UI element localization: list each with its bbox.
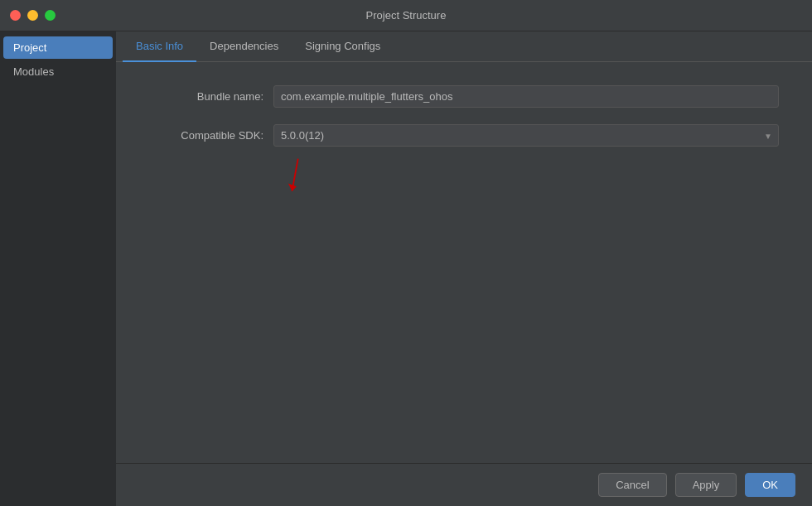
title-bar: Project Structure <box>0 0 812 31</box>
bottom-bar: Cancel Apply OK <box>116 463 812 506</box>
compatible-sdk-select[interactable]: 5.0.0(12) 4.0.0(10) 3.0.0(8) <box>273 124 779 147</box>
right-panel: Basic Info Dependencies Signing Configs … <box>116 31 812 506</box>
sidebar: Project Modules <box>0 31 116 506</box>
compatible-sdk-select-wrapper: 5.0.0(12) 4.0.0(10) 3.0.0(8) ▼ <box>273 124 779 147</box>
svg-marker-1 <box>288 184 297 191</box>
arrow-annotation <box>283 155 779 199</box>
ok-button[interactable]: OK <box>745 473 795 497</box>
red-arrow-icon <box>283 155 308 196</box>
minimize-button[interactable] <box>27 10 38 21</box>
tabs: Basic Info Dependencies Signing Configs <box>116 31 812 62</box>
content-area: Bundle name: Compatible SDK: 5.0.0(12) 4… <box>116 62 812 463</box>
compatible-sdk-row: Compatible SDK: 5.0.0(12) 4.0.0(10) 3.0.… <box>149 124 779 147</box>
window-title: Project Structure <box>366 9 447 22</box>
tab-signing-configs[interactable]: Signing Configs <box>292 31 394 62</box>
sidebar-item-label-modules: Modules <box>13 65 54 78</box>
sidebar-item-modules[interactable]: Modules <box>3 60 113 83</box>
apply-button[interactable]: Apply <box>675 473 737 497</box>
bundle-name-row: Bundle name: <box>149 85 779 108</box>
maximize-button[interactable] <box>45 10 56 21</box>
bundle-name-label: Bundle name: <box>149 90 273 103</box>
bundle-name-input[interactable] <box>273 85 779 108</box>
traffic-buttons <box>10 10 56 21</box>
tab-dependencies[interactable]: Dependencies <box>196 31 292 62</box>
sidebar-item-project[interactable]: Project <box>3 36 113 59</box>
tab-basic-info[interactable]: Basic Info <box>123 31 196 62</box>
close-button[interactable] <box>10 10 21 21</box>
compatible-sdk-label: Compatible SDK: <box>149 129 273 142</box>
sidebar-item-label-project: Project <box>13 41 46 54</box>
main-content: Project Modules Basic Info Dependencies … <box>0 31 812 506</box>
cancel-button[interactable]: Cancel <box>598 473 666 497</box>
